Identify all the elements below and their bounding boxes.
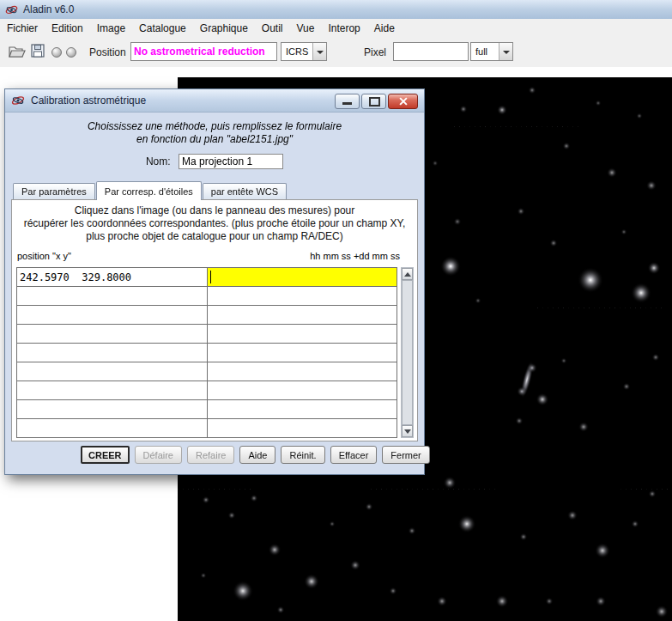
table-row — [16, 324, 397, 344]
menu-image[interactable]: Image — [90, 20, 132, 37]
table-row — [16, 381, 397, 400]
table-row — [16, 399, 397, 419]
dialog-title: Calibration astrométrique — [31, 94, 146, 107]
chevron-down-icon — [312, 43, 326, 60]
xy-cell[interactable] — [16, 362, 208, 381]
menu-catalogue[interactable]: Catalogue — [132, 20, 193, 37]
xy-cell[interactable] — [16, 418, 208, 438]
reinit-button[interactable]: Réinit. — [281, 446, 324, 464]
text-caret — [210, 271, 211, 283]
instructions: Cliquez dans l'image (ou dans le panneau… — [12, 204, 417, 243]
minimize-button[interactable] — [335, 94, 360, 109]
column-headers: position "x y" hh mm ss +dd mm ss — [17, 251, 400, 261]
window-controls — [335, 94, 418, 109]
table-scrollbar[interactable] — [401, 267, 414, 438]
radec-column-header: hh mm ss +dd mm ss — [310, 251, 400, 261]
xy-cell[interactable] — [16, 381, 208, 400]
aide-button[interactable]: Aide — [239, 446, 275, 464]
table-row — [16, 362, 397, 381]
menu-edition[interactable]: Edition — [45, 20, 90, 37]
radec-cell[interactable] — [207, 324, 397, 344]
open-file-button[interactable] — [9, 45, 26, 61]
intro-line-2: en fonction du plan "abel2151.jpg" — [5, 133, 424, 146]
defaire-button[interactable]: Défaire — [135, 446, 182, 464]
zoom-select-value: full — [471, 43, 499, 60]
menu-aide[interactable]: Aide — [367, 20, 402, 37]
instruction-line-3: plus proche objet de catalogue pour un c… — [12, 230, 417, 243]
menu-interop[interactable]: Interop — [321, 20, 366, 37]
menu-vue[interactable]: Vue — [290, 20, 322, 37]
pixel-label: Pixel — [364, 46, 386, 58]
tab-par-entete-wcs[interactable]: par entête WCS — [203, 183, 287, 199]
frame-select-value: ICRS — [282, 43, 312, 60]
scroll-down-icon[interactable] — [402, 425, 413, 437]
menubar: Fichier Edition Image Catalogue Graphiqu… — [0, 19, 672, 38]
calibration-dialog: Calibration astrométrique Choississez un… — [4, 88, 425, 475]
radec-cell[interactable] — [207, 286, 397, 306]
menu-graphique[interactable]: Graphique — [193, 20, 255, 37]
tab-bar: Par paramètres Par corresp. d'étoiles pa… — [13, 180, 288, 199]
table-row — [16, 418, 397, 438]
xy-cell[interactable] — [16, 399, 208, 419]
frame-select[interactable]: ICRS — [281, 42, 327, 61]
dialog-buttons: CREER Défaire Refaire Aide Réinit. Effac… — [81, 446, 430, 464]
radec-cell[interactable] — [207, 381, 397, 400]
scrollbar-thumb[interactable] — [402, 280, 413, 425]
aladin-window: Aladin v6.0 Fichier Edition Image Catalo… — [0, 0, 672, 621]
effacer-button[interactable]: Effacer — [330, 446, 378, 464]
xy-cell[interactable] — [16, 305, 208, 325]
radec-cell[interactable] — [207, 343, 397, 362]
active-cell-wrap — [207, 267, 397, 287]
instruction-line-2: récupérer les coordonnées correspondante… — [12, 217, 417, 230]
tab-panel: Cliquez dans l'image (ou dans le panneau… — [11, 199, 418, 441]
dialog-body: Choississez une méthode, puis remplissez… — [5, 113, 424, 476]
intro-text: Choississez une méthode, puis remplissez… — [5, 120, 424, 146]
intro-line-1: Choississez une méthode, puis remplissez… — [5, 120, 424, 133]
name-row: Nom: — [5, 153, 424, 169]
grey-ball-button-1[interactable] — [51, 47, 62, 58]
xy-cell[interactable] — [16, 267, 208, 287]
radec-cell[interactable] — [207, 362, 397, 381]
aladin-logo-icon — [5, 3, 18, 16]
refaire-button[interactable]: Refaire — [187, 446, 234, 464]
name-field[interactable] — [179, 154, 283, 169]
xy-cell[interactable] — [16, 286, 208, 306]
instruction-line-1: Cliquez dans l'image (ou dans le panneau… — [12, 204, 417, 217]
xy-column-header: position "x y" — [17, 251, 71, 261]
main-content: Calibration astrométrique Choississez un… — [0, 67, 672, 621]
tab-par-corresp-etoiles[interactable]: Par corresp. d'étoiles — [96, 181, 202, 200]
toolbar: Position ICRS Pixel full — [0, 37, 672, 68]
scroll-up-icon[interactable] — [402, 268, 413, 280]
table-row — [16, 267, 397, 287]
radec-cell[interactable] — [207, 399, 397, 419]
chevron-down-icon — [499, 43, 512, 60]
table-row — [16, 343, 397, 362]
save-button[interactable] — [31, 44, 45, 60]
floppy-disk-icon — [31, 44, 45, 58]
radec-cell-active[interactable] — [207, 267, 397, 287]
position-field[interactable] — [130, 42, 277, 61]
creer-button[interactable]: CREER — [81, 446, 130, 464]
position-label: Position — [89, 46, 126, 58]
pixel-field[interactable] — [393, 42, 469, 61]
close-button[interactable] — [388, 94, 418, 109]
menu-fichier[interactable]: Fichier — [0, 20, 45, 37]
tab-par-parametres[interactable]: Par paramètres — [13, 183, 95, 199]
maximize-button[interactable] — [361, 94, 386, 109]
radec-cell[interactable] — [207, 418, 397, 438]
table-row — [16, 305, 397, 325]
name-label: Nom: — [146, 155, 171, 167]
window-titlebar[interactable]: Aladin v6.0 — [0, 0, 672, 20]
zoom-select[interactable]: full — [470, 42, 513, 61]
menu-outil[interactable]: Outil — [255, 20, 290, 37]
window-title: Aladin v6.0 — [23, 3, 74, 15]
grey-ball-button-2[interactable] — [66, 47, 76, 58]
fermer-button[interactable]: Fermer — [382, 446, 429, 464]
xy-cell[interactable] — [16, 343, 208, 362]
radec-cell[interactable] — [207, 305, 397, 325]
open-folder-icon — [9, 45, 26, 58]
table-row — [16, 286, 397, 306]
xy-cell[interactable] — [16, 324, 208, 344]
aladin-logo-icon — [11, 94, 25, 107]
dialog-titlebar[interactable]: Calibration astrométrique — [5, 89, 424, 113]
